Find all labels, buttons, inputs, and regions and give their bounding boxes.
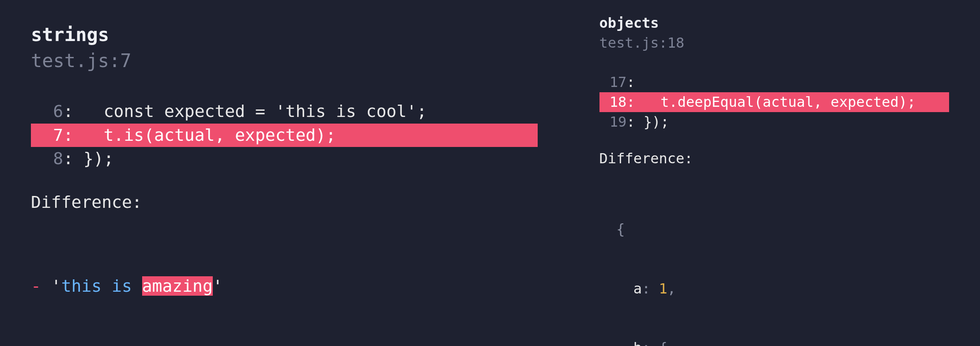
code-line-highlighted: 7: t.is(actual, expected); <box>31 124 538 147</box>
objects-panel: objects test.js:18 17: 18: t.deepEqual(a… <box>569 0 980 346</box>
diff-minus-line: - 'this is amazing' <box>31 275 538 298</box>
code-line: 19: }); <box>599 112 949 132</box>
difference-label: Difference: <box>599 149 949 169</box>
panel-title: strings <box>31 22 538 48</box>
obj-prop-a: a: 1, <box>599 279 949 299</box>
difference-label: Difference: <box>31 191 538 214</box>
obj-open: { <box>599 219 949 239</box>
strings-panel: strings test.js:7 6: const expected = 't… <box>0 0 569 346</box>
code-line: 6: const expected = 'this is cool'; <box>31 100 538 123</box>
code-block: 6: const expected = 'this is cool'; 7: t… <box>31 100 538 170</box>
code-line: 17: <box>599 72 949 92</box>
panel-location: test.js:7 <box>31 48 538 74</box>
panel-title: objects <box>599 13 949 33</box>
panel-location: test.js:18 <box>599 33 949 53</box>
code-block: 17: 18: t.deepEqual(actual, expected); 1… <box>599 72 949 132</box>
diff-object-block: { a: 1, b: { - c: 2, + c: 3 } } <box>599 180 949 346</box>
obj-prop-b: b: { <box>599 338 949 346</box>
diff-block: - 'this is amazing' + 'this is cool' <box>31 227 538 346</box>
code-line-highlighted: 18: t.deepEqual(actual, expected); <box>599 92 949 112</box>
code-line: 8: }); <box>31 147 538 170</box>
